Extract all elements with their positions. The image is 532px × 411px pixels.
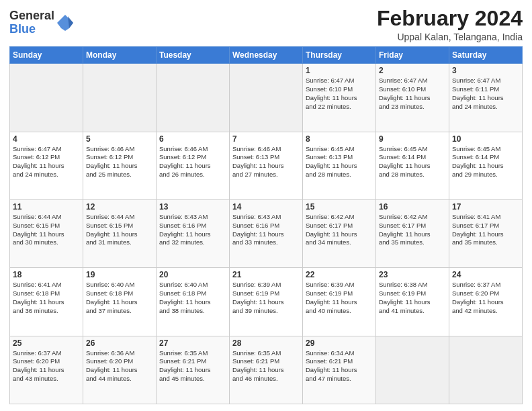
calendar-cell: 22Sunrise: 6:39 AM Sunset: 6:19 PM Dayli… [303,268,376,336]
day-number: 3 [452,66,519,75]
day-info: Sunrise: 6:40 AM Sunset: 6:18 PM Dayligh… [159,281,226,315]
day-info: Sunrise: 6:37 AM Sunset: 6:20 PM Dayligh… [452,281,519,315]
day-info: Sunrise: 6:35 AM Sunset: 6:21 PM Dayligh… [232,349,300,383]
calendar-cell [376,336,449,404]
day-number: 26 [86,338,153,348]
day-info: Sunrise: 6:44 AM Sunset: 6:15 PM Dayligh… [13,213,80,247]
day-number: 28 [232,338,300,348]
day-info: Sunrise: 6:36 AM Sunset: 6:20 PM Dayligh… [86,349,153,383]
day-number: 15 [306,202,373,212]
day-info: Sunrise: 6:37 AM Sunset: 6:20 PM Dayligh… [13,349,80,383]
calendar-cell: 20Sunrise: 6:40 AM Sunset: 6:18 PM Dayli… [157,268,230,336]
calendar-cell: 26Sunrise: 6:36 AM Sunset: 6:20 PM Dayli… [83,336,157,404]
day-number: 16 [379,202,446,212]
calendar-cell: 24Sunrise: 6:37 AM Sunset: 6:20 PM Dayli… [449,268,523,336]
main-title: February 2024 [377,7,523,30]
calendar-cell: 15Sunrise: 6:42 AM Sunset: 6:17 PM Dayli… [303,199,376,267]
calendar-cell: 11Sunrise: 6:44 AM Sunset: 6:15 PM Dayli… [10,199,83,267]
calendar-cell: 1Sunrise: 6:47 AM Sunset: 6:10 PM Daylig… [303,64,376,132]
day-info: Sunrise: 6:45 AM Sunset: 6:14 PM Dayligh… [379,145,446,179]
day-info: Sunrise: 6:39 AM Sunset: 6:19 PM Dayligh… [232,281,300,315]
calendar-week-row: 11Sunrise: 6:44 AM Sunset: 6:15 PM Dayli… [10,199,523,267]
day-info: Sunrise: 6:42 AM Sunset: 6:17 PM Dayligh… [306,213,373,247]
calendar-cell [83,64,157,132]
day-number: 17 [452,202,519,212]
day-number: 5 [86,134,153,144]
header: General Blue February 2024 Uppal Kalan, … [9,7,523,42]
day-header-saturday: Saturday [449,47,523,64]
calendar-cell: 2Sunrise: 6:47 AM Sunset: 6:10 PM Daylig… [376,64,449,132]
calendar-cell: 25Sunrise: 6:37 AM Sunset: 6:20 PM Dayli… [10,336,83,404]
calendar-cell: 4Sunrise: 6:47 AM Sunset: 6:12 PM Daylig… [10,132,83,199]
day-number: 6 [159,134,226,144]
day-info: Sunrise: 6:46 AM Sunset: 6:12 PM Dayligh… [86,145,153,179]
day-number: 2 [379,66,446,75]
day-info: Sunrise: 6:45 AM Sunset: 6:13 PM Dayligh… [306,145,373,179]
calendar-cell: 9Sunrise: 6:45 AM Sunset: 6:14 PM Daylig… [376,132,449,199]
day-number: 9 [379,134,446,144]
day-number: 24 [452,270,519,279]
day-number: 25 [13,338,80,348]
day-info: Sunrise: 6:46 AM Sunset: 6:12 PM Dayligh… [159,145,226,179]
day-info: Sunrise: 6:43 AM Sunset: 6:16 PM Dayligh… [159,213,226,247]
calendar-cell: 3Sunrise: 6:47 AM Sunset: 6:11 PM Daylig… [449,64,523,132]
day-number: 7 [232,134,300,144]
title-block: February 2024 Uppal Kalan, Telangana, In… [377,7,523,42]
day-info: Sunrise: 6:40 AM Sunset: 6:18 PM Dayligh… [86,281,153,315]
calendar-cell [230,64,303,132]
calendar-cell: 12Sunrise: 6:44 AM Sunset: 6:15 PM Dayli… [83,199,157,267]
day-info: Sunrise: 6:39 AM Sunset: 6:19 PM Dayligh… [306,281,373,315]
day-info: Sunrise: 6:41 AM Sunset: 6:18 PM Dayligh… [13,281,80,315]
day-number: 13 [159,202,226,212]
day-info: Sunrise: 6:43 AM Sunset: 6:16 PM Dayligh… [232,213,300,247]
calendar-cell: 19Sunrise: 6:40 AM Sunset: 6:18 PM Dayli… [83,268,157,336]
logo-icon [56,13,75,32]
calendar-header-row: SundayMondayTuesdayWednesdayThursdayFrid… [10,47,523,64]
day-info: Sunrise: 6:34 AM Sunset: 6:21 PM Dayligh… [306,349,373,383]
day-info: Sunrise: 6:47 AM Sunset: 6:10 PM Dayligh… [379,77,446,111]
calendar-cell: 17Sunrise: 6:41 AM Sunset: 6:17 PM Dayli… [449,199,523,267]
day-header-monday: Monday [83,47,157,64]
day-number: 23 [379,270,446,279]
day-info: Sunrise: 6:35 AM Sunset: 6:21 PM Dayligh… [159,349,226,383]
calendar-cell: 21Sunrise: 6:39 AM Sunset: 6:19 PM Dayli… [230,268,303,336]
day-info: Sunrise: 6:42 AM Sunset: 6:17 PM Dayligh… [379,213,446,247]
day-number: 22 [306,270,373,279]
day-number: 12 [86,202,153,212]
day-number: 21 [232,270,300,279]
calendar-cell: 6Sunrise: 6:46 AM Sunset: 6:12 PM Daylig… [157,132,230,199]
day-number: 4 [13,134,80,144]
day-number: 10 [452,134,519,144]
day-number: 11 [13,202,80,212]
calendar-cell [157,64,230,132]
day-info: Sunrise: 6:47 AM Sunset: 6:12 PM Dayligh… [13,145,80,179]
calendar-cell: 7Sunrise: 6:46 AM Sunset: 6:13 PM Daylig… [230,132,303,199]
day-header-thursday: Thursday [303,47,376,64]
day-header-tuesday: Tuesday [157,47,230,64]
logo-text: General Blue [9,9,54,36]
page: General Blue February 2024 Uppal Kalan, … [0,0,532,411]
calendar-cell: 29Sunrise: 6:34 AM Sunset: 6:21 PM Dayli… [303,336,376,404]
calendar-cell [449,336,523,404]
day-info: Sunrise: 6:44 AM Sunset: 6:15 PM Dayligh… [86,213,153,247]
calendar-cell: 13Sunrise: 6:43 AM Sunset: 6:16 PM Dayli… [157,199,230,267]
logo-blue: Blue [9,22,36,36]
day-info: Sunrise: 6:38 AM Sunset: 6:19 PM Dayligh… [379,281,446,315]
day-info: Sunrise: 6:47 AM Sunset: 6:11 PM Dayligh… [452,77,519,111]
day-number: 27 [159,338,226,348]
day-number: 14 [232,202,300,212]
calendar-week-row: 1Sunrise: 6:47 AM Sunset: 6:10 PM Daylig… [10,64,523,132]
calendar-cell: 16Sunrise: 6:42 AM Sunset: 6:17 PM Dayli… [376,199,449,267]
day-header-sunday: Sunday [10,47,83,64]
calendar-week-row: 4Sunrise: 6:47 AM Sunset: 6:12 PM Daylig… [10,132,523,199]
calendar-table: SundayMondayTuesdayWednesdayThursdayFrid… [9,46,523,404]
calendar-cell: 28Sunrise: 6:35 AM Sunset: 6:21 PM Dayli… [230,336,303,404]
day-number: 18 [13,270,80,279]
subtitle: Uppal Kalan, Telangana, India [377,32,523,42]
day-number: 19 [86,270,153,279]
day-header-wednesday: Wednesday [230,47,303,64]
day-number: 20 [159,270,226,279]
calendar-cell: 23Sunrise: 6:38 AM Sunset: 6:19 PM Dayli… [376,268,449,336]
day-info: Sunrise: 6:47 AM Sunset: 6:10 PM Dayligh… [306,77,373,111]
calendar-cell: 18Sunrise: 6:41 AM Sunset: 6:18 PM Dayli… [10,268,83,336]
